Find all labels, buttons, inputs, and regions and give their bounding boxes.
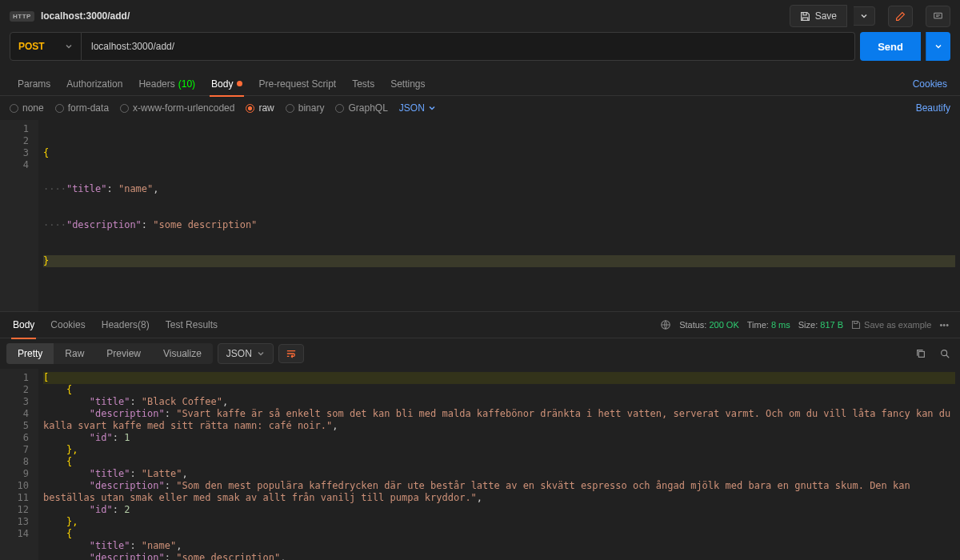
copy-response-button[interactable] (912, 345, 930, 362)
tab-body-label: Body (211, 78, 233, 90)
body-type-raw-label: raw (258, 102, 274, 114)
method-select[interactable]: POST (10, 32, 82, 61)
tab-params[interactable]: Params (10, 72, 58, 96)
radio-icon (55, 104, 64, 113)
wrap-lines-button[interactable] (278, 344, 304, 363)
time-text: Time: 8 ms (747, 320, 790, 330)
chevron-down-icon (860, 12, 868, 20)
code-area[interactable]: { ····"title": "name", ····"description"… (38, 120, 960, 311)
body-type-raw[interactable]: raw (246, 102, 274, 114)
body-type-row: none form-data x-www-form-urlencoded raw… (0, 96, 960, 120)
body-type-urlencoded[interactable]: x-www-form-urlencoded (120, 102, 234, 114)
svg-point-3 (942, 350, 947, 356)
chevron-down-icon (65, 42, 73, 50)
resp-tab-testresults[interactable]: Test Results (158, 311, 226, 338)
copy-icon (915, 348, 926, 359)
response-toolbar: Pretty Raw Preview Visualize JSON (0, 338, 960, 369)
response-format-select[interactable]: JSON (218, 343, 274, 364)
code-area[interactable]: [ { "title": "Black Coffee", "descriptio… (38, 369, 960, 560)
beautify-link[interactable]: Beautify (916, 102, 950, 114)
request-tabs: Params Authorization Headers(10) Body Pr… (0, 72, 960, 96)
url-input[interactable] (82, 32, 855, 61)
resp-tab-body[interactable]: Body (5, 311, 42, 338)
more-options-button[interactable]: ••• (939, 320, 949, 330)
body-type-none-label: none (22, 102, 44, 114)
globe-icon[interactable] (660, 319, 671, 330)
send-dropdown[interactable] (926, 32, 950, 61)
response-body-editor[interactable]: 1234567891011121314 [ { "title": "Black … (0, 369, 960, 560)
search-icon (939, 348, 950, 359)
body-type-graphql-label: GraphQL (348, 102, 387, 114)
svg-rect-0 (934, 13, 942, 18)
body-type-none[interactable]: none (10, 102, 44, 114)
request-body-editor[interactable]: 1 2 3 4 { ····"title": "name", ····"desc… (0, 120, 960, 311)
body-type-binary-label: binary (298, 102, 325, 114)
chevron-down-icon (934, 42, 942, 50)
response-tabs: Body Cookies Headers(8) Test Results Sta… (0, 311, 960, 338)
view-pretty[interactable]: Pretty (6, 343, 54, 364)
body-type-urlencoded-label: x-www-form-urlencoded (133, 102, 234, 114)
save-as-example-button[interactable]: Save as example (851, 320, 931, 330)
tab-settings[interactable]: Settings (382, 72, 433, 96)
modified-dot-icon (237, 81, 242, 86)
tab-headers-label: Headers (138, 78, 174, 90)
body-type-formdata-label: form-data (68, 102, 109, 114)
method-value: POST (18, 41, 45, 52)
svg-rect-2 (918, 351, 924, 357)
pencil-icon (895, 11, 906, 22)
tab-title: localhost:3000/add/ (41, 10, 130, 22)
comment-icon (933, 11, 943, 22)
size-text: Size: 817 B (798, 320, 843, 330)
edit-button[interactable] (888, 6, 913, 27)
tab-headers-count: (10) (178, 78, 195, 90)
comment-button[interactable] (926, 6, 950, 27)
search-response-button[interactable] (936, 345, 954, 362)
view-raw[interactable]: Raw (54, 343, 95, 364)
tab-authorization[interactable]: Authorization (58, 72, 130, 96)
view-mode-segment: Pretty Raw Preview Visualize (6, 343, 213, 364)
tab-body[interactable]: Body (203, 72, 250, 96)
body-format-label: JSON (399, 102, 425, 114)
line-gutter: 1234567891011121314 (0, 369, 38, 560)
wrap-icon (286, 349, 297, 358)
tab-tests[interactable]: Tests (344, 72, 382, 96)
floppy-icon (851, 320, 861, 330)
body-type-binary[interactable]: binary (286, 102, 325, 114)
cookies-link[interactable]: Cookies (913, 78, 950, 90)
tab-prerequest[interactable]: Pre-request Script (250, 72, 344, 96)
body-type-formdata[interactable]: form-data (55, 102, 109, 114)
resp-tab-headers-label: Headers (102, 319, 138, 330)
save-label: Save (815, 10, 837, 22)
tab-headers[interactable]: Headers(10) (130, 72, 203, 96)
radio-icon (286, 104, 294, 113)
status-text: Status: 200 OK (679, 320, 739, 330)
chevron-down-icon (428, 104, 436, 112)
view-visualize[interactable]: Visualize (152, 343, 213, 364)
radio-icon (10, 104, 18, 113)
body-type-graphql[interactable]: GraphQL (335, 102, 387, 114)
resp-tab-headers[interactable]: Headers(8) (94, 311, 158, 338)
http-badge: HTTP (10, 11, 34, 22)
floppy-icon (800, 11, 810, 22)
chevron-down-icon (257, 350, 265, 358)
view-preview[interactable]: Preview (95, 343, 152, 364)
radio-icon (120, 104, 129, 113)
line-gutter: 1 2 3 4 (0, 120, 38, 311)
radio-icon (246, 104, 254, 113)
radio-icon (335, 104, 344, 113)
body-format-select[interactable]: JSON (399, 102, 436, 114)
save-dropdown[interactable] (854, 6, 875, 26)
save-as-example-label: Save as example (864, 320, 931, 330)
response-format-label: JSON (226, 348, 252, 359)
save-button[interactable]: Save (790, 5, 847, 27)
send-button[interactable]: Send (860, 32, 921, 61)
titlebar: HTTP localhost:3000/add/ Save (0, 0, 960, 32)
resp-tab-headers-count: (8) (138, 319, 150, 330)
resp-tab-cookies[interactable]: Cookies (42, 311, 93, 338)
